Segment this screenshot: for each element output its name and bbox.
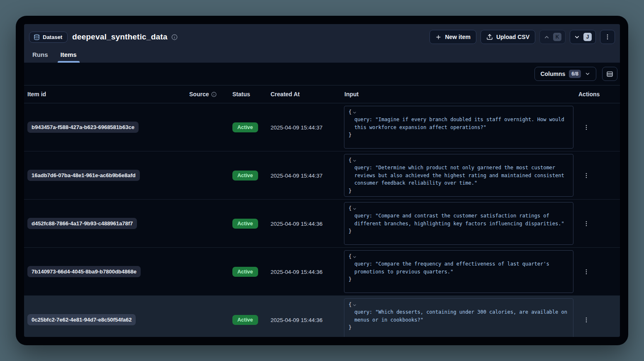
dataset-type-badge: Dataset <box>29 32 68 43</box>
table-row[interactable]: d452fc88-7866-4a17-9b93-c488961a78f7 Act… <box>24 200 620 248</box>
column-header-status: Status <box>229 91 267 98</box>
table-row[interactable]: 7b140973-66d4-4045-8ba9-b7800db4868e Act… <box>24 248 620 296</box>
table-row[interactable]: b943457a-f588-427a-b623-6968581b63ce Act… <box>24 103 620 151</box>
upload-csv-label: Upload CSV <box>496 34 529 40</box>
column-header-input: Input <box>341 91 576 98</box>
input-cell: { query: "Compare the frequency and effe… <box>341 250 576 293</box>
column-header-actions: Actions <box>576 91 620 98</box>
dataset-info-icon[interactable] <box>171 34 178 40</box>
new-item-label: New item <box>445 34 470 40</box>
actions-cell <box>576 267 620 277</box>
json-close-line: } <box>349 131 569 139</box>
row-actions-button[interactable] <box>581 219 591 229</box>
status-badge: Active <box>232 122 258 132</box>
collapse-chevron-icon[interactable] <box>352 159 357 163</box>
created-at-value: 2025-04-09 15:44:36 <box>271 317 322 323</box>
rows-icon <box>606 71 613 78</box>
created-at-value: 2025-04-09 15:44:36 <box>271 221 322 227</box>
upload-icon <box>486 34 493 40</box>
item-id-cell: 7b140973-66d4-4045-8ba9-b7800db4868e <box>24 266 186 277</box>
status-cell: Active <box>229 171 267 180</box>
created-at-cell: 2025-04-09 15:44:36 <box>267 268 341 276</box>
table-header-row: Item id Source Status Created At Input A… <box>24 85 620 103</box>
table-toolbar: Columns 6/8 <box>24 63 620 85</box>
page-header: Dataset deepeval_synthetic_data New item <box>24 24 620 63</box>
columns-count-badge: 6/8 <box>569 70 581 78</box>
table-row[interactable]: 0c25bfc2-7e62-4e81-94d7-e8c50f54fa62 Act… <box>24 296 620 337</box>
json-query-text: query: "Imagine if every branch doubled … <box>349 116 569 131</box>
source-info-icon[interactable] <box>211 92 217 97</box>
previous-item-button[interactable]: K <box>539 30 566 44</box>
input-cell: { query: "Determine which product not on… <box>341 154 576 197</box>
columns-label: Columns <box>540 71 565 77</box>
row-height-button[interactable] <box>602 67 617 81</box>
status-cell: Active <box>229 267 267 277</box>
active-tab-underline <box>58 61 80 63</box>
json-open-line: { <box>349 253 569 260</box>
item-id-pill[interactable]: 7b140973-66d4-4045-8ba9-b7800db4868e <box>27 266 141 277</box>
collapse-chevron-icon[interactable] <box>352 303 357 307</box>
input-json-preview[interactable]: { query: "Which desserts, containing und… <box>344 298 573 337</box>
created-at-cell: 2025-04-09 15:44:36 <box>267 220 341 227</box>
shortcut-key-j: J <box>583 33 592 41</box>
app-window: Dataset deepeval_synthetic_data New item <box>16 16 628 345</box>
created-at-value: 2025-04-09 15:44:37 <box>271 173 322 179</box>
collapse-chevron-icon[interactable] <box>352 110 357 115</box>
status-badge: Active <box>232 267 258 277</box>
row-actions-button[interactable] <box>581 171 591 180</box>
input-json-preview[interactable]: { query: "Imagine if every branch double… <box>344 106 573 149</box>
input-cell: { query: "Compare and contrast the custo… <box>341 202 576 245</box>
collapse-chevron-icon[interactable] <box>352 255 357 259</box>
status-badge: Active <box>232 315 258 325</box>
created-at-value: 2025-04-09 15:44:37 <box>271 124 322 131</box>
created-at-cell: 2025-04-09 15:44:37 <box>267 172 341 179</box>
item-id-pill[interactable]: b943457a-f588-427a-b623-6968581b63ce <box>27 122 139 133</box>
table-row[interactable]: 16adb7d6-07ba-48e1-961e-ac6b9b6e8afd Act… <box>24 151 620 200</box>
header-more-actions-button[interactable] <box>600 30 615 44</box>
dataset-badge-label: Dataset <box>43 34 62 40</box>
columns-selector-button[interactable]: Columns 6/8 <box>534 67 596 81</box>
json-close-line: } <box>349 187 569 195</box>
row-actions-button[interactable] <box>581 267 591 277</box>
chevron-down-icon <box>574 34 580 40</box>
json-close-line: } <box>349 276 569 283</box>
actions-cell <box>576 122 620 132</box>
json-open-line: { <box>349 205 569 212</box>
json-open-line: { <box>349 156 569 164</box>
input-json-preview[interactable]: { query: "Compare and contrast the custo… <box>344 202 573 245</box>
row-actions-button[interactable] <box>581 315 591 325</box>
row-actions-button[interactable] <box>581 122 591 132</box>
page-title: deepeval_synthetic_data <box>72 32 168 41</box>
status-cell: Active <box>229 219 267 229</box>
json-open-line: { <box>349 108 569 116</box>
json-query-text: query: "Determine which product not only… <box>349 164 569 187</box>
input-json-preview[interactable]: { query: "Determine which product not on… <box>344 154 573 197</box>
json-close-line: } <box>349 324 569 331</box>
desktop-background: Dataset deepeval_synthetic_data New item <box>0 0 644 361</box>
item-id-cell: d452fc88-7866-4a17-9b93-c488961a78f7 <box>24 218 186 229</box>
input-json-preview[interactable]: { query: "Compare the frequency and effe… <box>344 250 573 293</box>
item-id-pill[interactable]: 16adb7d6-07ba-48e1-961e-ac6b9b6e8afd <box>27 170 140 181</box>
column-header-created-at: Created At <box>267 91 341 98</box>
new-item-button[interactable]: New item <box>429 30 476 44</box>
item-id-pill[interactable]: 0c25bfc2-7e62-4e81-94d7-e8c50f54fa62 <box>27 314 136 325</box>
input-cell: { query: "Which desserts, containing und… <box>341 298 576 337</box>
status-badge: Active <box>232 219 258 229</box>
json-open-line: { <box>349 301 569 308</box>
next-item-button[interactable]: J <box>570 30 596 44</box>
item-id-cell: 0c25bfc2-7e62-4e81-94d7-e8c50f54fa62 <box>24 314 186 325</box>
json-query-text: query: "Compare the frequency and effect… <box>349 260 569 276</box>
tab-runs[interactable]: Runs <box>32 48 49 63</box>
plus-icon <box>435 34 442 40</box>
items-table: Item id Source Status Created At Input A… <box>24 85 620 337</box>
chevron-up-icon <box>544 34 550 40</box>
upload-csv-button[interactable]: Upload CSV <box>481 30 535 44</box>
item-id-pill[interactable]: d452fc88-7866-4a17-9b93-c488961a78f7 <box>27 218 137 229</box>
item-id-cell: 16adb7d6-07ba-48e1-961e-ac6b9b6e8afd <box>24 170 186 181</box>
collapse-chevron-icon[interactable] <box>352 207 357 211</box>
item-id-cell: b943457a-f588-427a-b623-6968581b63ce <box>24 122 186 133</box>
tab-items[interactable]: Items <box>60 48 78 63</box>
column-header-source: Source <box>186 91 229 98</box>
created-at-cell: 2025-04-09 15:44:37 <box>267 124 341 131</box>
json-query-text: query: "Which desserts, containing under… <box>349 308 569 324</box>
